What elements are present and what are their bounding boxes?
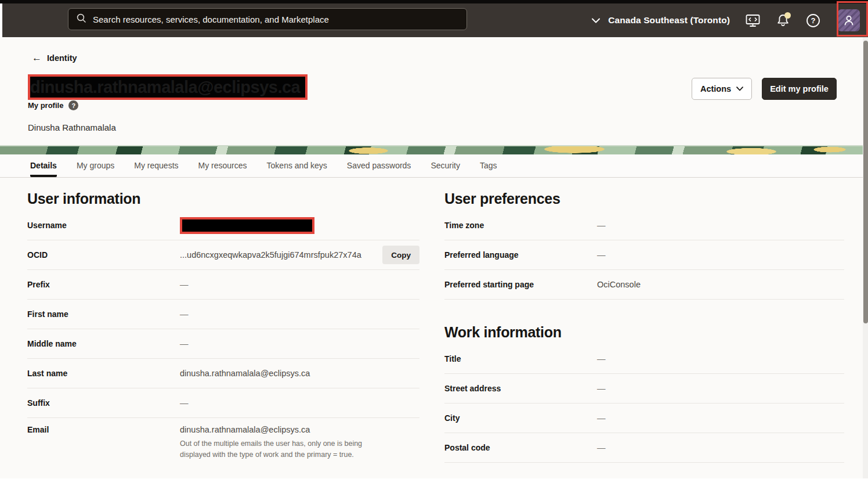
ocid-value: ...ud6ncxgxeqwkapva2k5fujgi674mrsfpuk27x… bbox=[180, 250, 361, 260]
tab-my-requests[interactable]: My requests bbox=[134, 154, 178, 177]
breadcrumb-identity-link[interactable]: Identity bbox=[47, 53, 77, 63]
field-row-email: Email dinusha.rathnamalala@eclipsys.ca O… bbox=[27, 418, 419, 468]
section-title-work-information: Work information bbox=[444, 324, 844, 341]
search-input[interactable] bbox=[93, 15, 458, 24]
edit-my-profile-button[interactable]: Edit my profile bbox=[762, 78, 837, 100]
field-row-first-name: First name — bbox=[27, 300, 419, 329]
user-preferences-section: User preferences Time zone — Preferred l… bbox=[444, 190, 844, 300]
my-profile-help-icon[interactable]: ? bbox=[68, 100, 78, 110]
email-note: Out of the multiple emails the user has,… bbox=[180, 438, 376, 460]
field-row-street-address: Street address — bbox=[444, 374, 844, 404]
actions-button[interactable]: Actions bbox=[692, 78, 752, 100]
section-title-user-information: User information bbox=[27, 190, 419, 207]
field-row-last-name: Last name dinusha.rathnamalala@eclipsys.… bbox=[27, 359, 419, 388]
field-row-prefix: Prefix — bbox=[27, 270, 419, 300]
redaction-annotation-username bbox=[180, 217, 314, 234]
notifications-bell-icon[interactable] bbox=[775, 13, 790, 28]
work-information-section: Work information Title — Street address … bbox=[444, 324, 844, 463]
oci-console-window: Canada Southeast (Toronto) ? ← Ide bbox=[0, 0, 868, 497]
chevron-down-icon bbox=[736, 87, 743, 91]
cloud-shell-icon[interactable] bbox=[745, 13, 760, 28]
back-arrow-icon[interactable]: ← bbox=[32, 53, 42, 63]
tab-my-resources[interactable]: My resources bbox=[198, 154, 247, 177]
field-row-time-zone: Time zone — bbox=[444, 211, 844, 240]
field-row-postal-code: Postal code — bbox=[444, 433, 844, 463]
tab-tags[interactable]: Tags bbox=[480, 154, 497, 177]
field-row-ocid: OCID ...ud6ncxgxeqwkapva2k5fujgi674mrsfp… bbox=[27, 240, 419, 270]
region-selector[interactable]: Canada Southeast (Toronto) bbox=[592, 15, 730, 26]
tab-tokens-and-keys[interactable]: Tokens and keys bbox=[267, 154, 327, 177]
profile-header: ← Identity dinusha.rathnamalala@eclipsys… bbox=[0, 37, 868, 145]
details-panel: User information Username OCID ...ud6ncx… bbox=[0, 178, 868, 478]
field-row-preferred-language: Preferred language — bbox=[444, 240, 844, 270]
field-row-title: Title — bbox=[444, 344, 844, 374]
field-row-username: Username bbox=[27, 211, 419, 240]
window-bottom-edge bbox=[0, 478, 868, 497]
tab-security[interactable]: Security bbox=[431, 154, 460, 177]
field-row-city: City — bbox=[444, 404, 844, 433]
search-icon bbox=[77, 13, 86, 26]
chevron-down-icon bbox=[592, 15, 600, 26]
help-icon[interactable]: ? bbox=[805, 13, 820, 28]
cover-pattern-banner bbox=[0, 145, 863, 154]
user-avatar[interactable] bbox=[838, 9, 860, 31]
section-title-user-preferences: User preferences bbox=[444, 190, 844, 207]
scrollbar-thumb[interactable] bbox=[863, 41, 868, 323]
user-information-section: User information Username OCID ...ud6ncx… bbox=[27, 178, 419, 468]
tab-details[interactable]: Details bbox=[30, 154, 57, 177]
region-label: Canada Southeast (Toronto) bbox=[608, 15, 730, 26]
page-subtitle: My profile bbox=[28, 101, 63, 110]
svg-text:?: ? bbox=[811, 16, 815, 25]
copy-ocid-button[interactable]: Copy bbox=[382, 246, 419, 264]
window-left-edge bbox=[0, 3, 2, 37]
topbar: Canada Southeast (Toronto) ? bbox=[0, 3, 868, 37]
page-title: dinusha.rathnamalala@eclipsys.ca bbox=[30, 77, 305, 98]
field-row-preferred-starting-page: Preferred starting page OciConsole bbox=[444, 270, 844, 300]
notification-badge bbox=[784, 12, 791, 19]
field-row-middle-name: Middle name — bbox=[27, 329, 419, 359]
email-value: dinusha.rathnamalala@eclipsys.ca bbox=[180, 425, 376, 434]
redaction-annotation-page-title: dinusha.rathnamalala@eclipsys.ca bbox=[28, 74, 308, 100]
profile-tabs: Details My groups My requests My resourc… bbox=[0, 154, 868, 178]
field-row-suffix: Suffix — bbox=[27, 388, 419, 418]
breadcrumb[interactable]: ← Identity bbox=[32, 53, 77, 63]
page-scrollbar[interactable] bbox=[863, 37, 868, 478]
global-search[interactable] bbox=[68, 8, 467, 30]
tab-saved-passwords[interactable]: Saved passwords bbox=[347, 154, 411, 177]
tab-my-groups[interactable]: My groups bbox=[77, 154, 114, 177]
user-display-name: Dinusha Rathnamalala bbox=[28, 123, 116, 132]
